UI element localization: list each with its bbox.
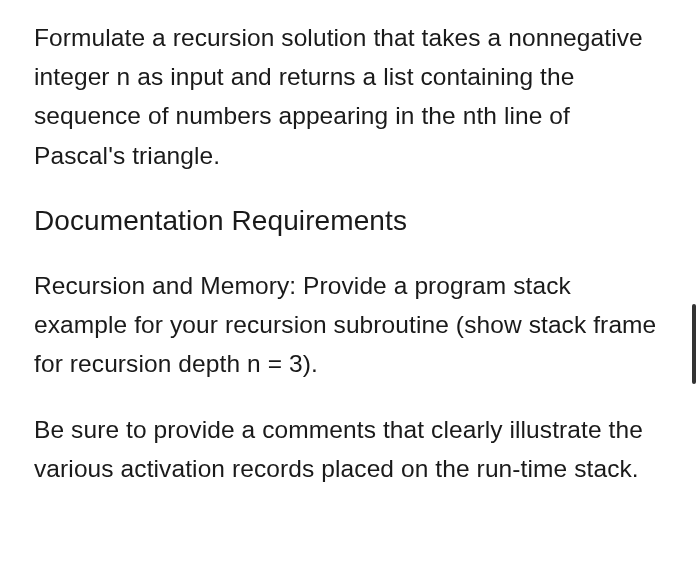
scrollbar-thumb[interactable] <box>692 304 696 384</box>
section-heading: Documentation Requirements <box>34 201 666 240</box>
requirements-paragraph-2: Be sure to provide a comments that clear… <box>34 410 666 488</box>
intro-paragraph: Formulate a recursion solution that take… <box>34 18 666 175</box>
document-content: Formulate a recursion solution that take… <box>0 0 700 532</box>
requirements-paragraph-1: Recursion and Memory: Provide a program … <box>34 266 666 384</box>
